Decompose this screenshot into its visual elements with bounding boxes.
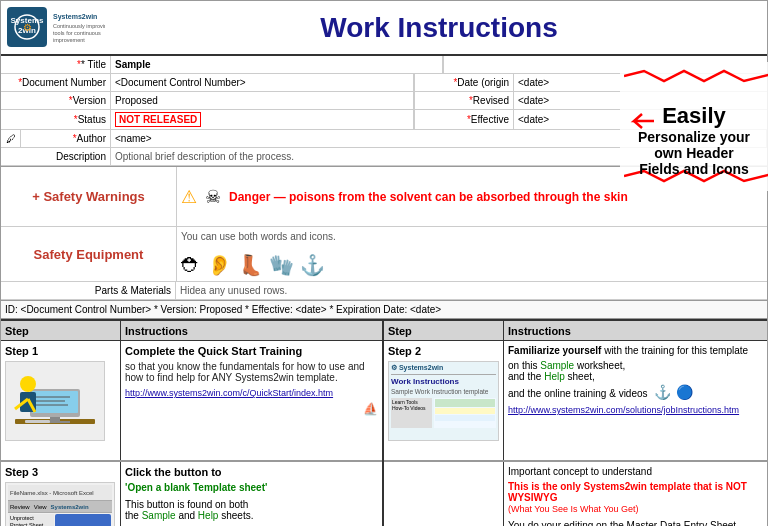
warning-icon: ⚠ — [181, 186, 197, 208]
blue-dot-icon: 🔵 — [676, 384, 693, 400]
table-header-left: Step Instructions — [1, 321, 382, 341]
id-row: ID: <Document Control Number> * Version:… — [1, 301, 767, 319]
instructions-3-cell: Click the button to 'Open a blank Templa… — [121, 462, 382, 526]
title-label: * * Title — [1, 56, 111, 73]
s2w-thumb-link: Sample Work Instruction template — [391, 388, 496, 395]
th-instructions-left: Instructions — [121, 321, 382, 341]
person-computer-illustration — [10, 364, 100, 439]
anchor-icon: ⚓ — [654, 384, 671, 400]
view-tab: View — [34, 504, 47, 510]
review-tab: Review — [10, 504, 30, 510]
instructions-4-cell: Important concept to understand This is … — [504, 462, 767, 526]
boot-icon: 👢 — [238, 253, 263, 277]
table-header-right: Step Instructions — [384, 321, 767, 341]
systems2win-tab: Systems2win — [51, 504, 89, 510]
master-data-entry-note: You do your editing on the Master Data E… — [508, 520, 763, 526]
instr-1-title: Complete the Quick Start Training — [125, 345, 378, 357]
danger-text: Danger — poisons from the solvent can be… — [229, 190, 628, 204]
svg-rect-11 — [32, 391, 78, 413]
instr-2-link[interactable]: http://www.systems2win.com/solutions/job… — [508, 404, 763, 415]
instr-1-link[interactable]: http://www.systems2win.com/c/QuickStart/… — [125, 387, 378, 398]
s2w-thumb-title: Work Instructions — [391, 377, 496, 386]
desc-label: Description — [1, 148, 111, 165]
step-1-image — [5, 361, 105, 441]
title-value: Sample — [111, 56, 443, 73]
protect-sheet-btn: Protect Sheet — [10, 522, 53, 526]
help-link-3[interactable]: Help — [198, 510, 219, 521]
step-3-cell: Step 3 FileName.xlsx - Microsoft Excel R… — [1, 462, 121, 526]
words-icons-note: You can use both words and icons. — [181, 231, 763, 242]
author-icon: 🖊 — [6, 133, 16, 144]
s2w-thumb-content — [434, 398, 496, 428]
th-step-right: Step — [384, 321, 504, 341]
page-header: Systems 2win ⚙ Systems2win Continuously … — [1, 1, 767, 56]
helmet-icon: ⛑ — [181, 254, 201, 277]
click-button-label: Click the button to — [125, 466, 378, 478]
instructions-1-cell: Complete the Quick Start Training so tha… — [121, 341, 382, 460]
date-label: * Date (origin — [414, 74, 514, 91]
step-2-cell: Step 2 ⚙ Systems2win Work Instructions S… — [384, 341, 504, 460]
revised-label: * Revised — [414, 92, 514, 109]
help-sheet-link[interactable]: Help — [544, 371, 565, 382]
excel-title: FileName.xlsx - Microsoft Excel — [10, 490, 94, 496]
step-4-cell — [384, 462, 504, 526]
logo-area: Systems 2win ⚙ Systems2win Continuously … — [5, 5, 115, 50]
s2w-thumb-nav: Learn Tools How-To Videos — [391, 398, 432, 428]
svg-text:Continuously improving: Continuously improving — [53, 23, 105, 29]
step-2-thumbnail: ⚙ Systems2win Work Instructions Sample W… — [388, 361, 499, 441]
important-concept-label: Important concept to understand — [508, 466, 763, 477]
step-2-label: Step 2 — [388, 345, 499, 357]
safety-equipment-content: You can use both words and icons. ⛑ 👂 👢 … — [176, 227, 767, 281]
shield-icon: ⚓ — [300, 253, 325, 277]
glove-icon: 🧤 — [269, 253, 294, 277]
svg-rect-12 — [50, 417, 60, 421]
svg-text:⚙: ⚙ — [23, 22, 32, 33]
annotation-personalize: Personalize your — [624, 129, 764, 145]
step-1-label: Step 1 — [5, 345, 116, 357]
table-row-1-left: Step 1 — [1, 341, 382, 461]
svg-text:improvement: improvement — [53, 37, 85, 43]
safety-equipment-row: Safety Equipment You can use both words … — [1, 227, 767, 282]
table-row-2-right: Important concept to understand This is … — [384, 461, 767, 526]
status-value: NOT RELEASED — [111, 110, 414, 129]
open-blank-link[interactable]: 'Open a blank Template sheet' — [125, 482, 378, 493]
svg-point-14 — [20, 376, 36, 392]
skull-icon: ☠ — [205, 186, 221, 208]
step-1-cell: Step 1 — [1, 341, 121, 460]
instructions-2-cell: Familiarize yourself with the training f… — [504, 341, 767, 460]
unprotect-btn: Unprotect — [10, 515, 53, 521]
doc-num-value: <Document Control Number> — [111, 74, 414, 91]
instr-2-training-ref: and the online training & videos ⚓ 🔵 — [508, 384, 763, 400]
status-label: * Status — [1, 110, 111, 129]
table-row-2-left: Step 3 FileName.xlsx - Microsoft Excel R… — [1, 461, 382, 526]
sample-worksheet-link[interactable]: Sample — [540, 360, 574, 371]
svg-text:tools for continuous: tools for continuous — [53, 30, 101, 36]
doc-num-label: * Document Number — [1, 74, 111, 91]
instr-3-text: This button is found on both the Sample … — [125, 499, 378, 521]
annotation-overlay: Easily Personalize your own Header Field… — [620, 62, 768, 191]
annotation-fields: Fields and Icons — [624, 161, 764, 177]
safety-equipment-label: Safety Equipment — [1, 227, 176, 281]
step-3-toolbar: FileName.xlsx - Microsoft Excel — [8, 485, 112, 501]
step-3-label: Step 3 — [5, 466, 116, 478]
parts-label: Parts & Materials — [1, 282, 176, 299]
sample-link-3[interactable]: Sample — [142, 510, 176, 521]
version-label: * Version — [1, 92, 111, 109]
wysiwyg-note: This is the only Systems2win template th… — [508, 481, 763, 503]
parts-materials-row: Parts & Materials Hidea any unused rows. — [1, 282, 767, 300]
logo-icon: Systems 2win ⚙ Systems2win Continuously … — [5, 5, 105, 50]
ear-icon: 👂 — [207, 253, 232, 277]
instr-2-sample-ref: on this Sample worksheet, — [508, 360, 763, 371]
wysiwyg-explanation: (What You See Is What You Get) — [508, 503, 763, 514]
safety-icons-row: ⛑ 👂 👢 🧤 ⚓ — [181, 253, 763, 277]
svg-rect-18 — [25, 420, 50, 423]
table-col-left: Step Instructions Step 1 — [1, 321, 384, 526]
th-instructions-right: Instructions — [504, 321, 767, 341]
effective-label: * Effective — [414, 110, 514, 129]
main-table: Step Instructions Step 1 — [1, 319, 767, 526]
svg-text:Systems2win: Systems2win — [53, 13, 97, 21]
page-title: Work Instructions — [115, 12, 763, 44]
th-step-left: Step — [1, 321, 121, 341]
instr-1-text: so that you know the fundamentals for ho… — [125, 361, 378, 383]
table-col-right: Step Instructions Step 2 ⚙ Systems2win — [384, 321, 767, 526]
